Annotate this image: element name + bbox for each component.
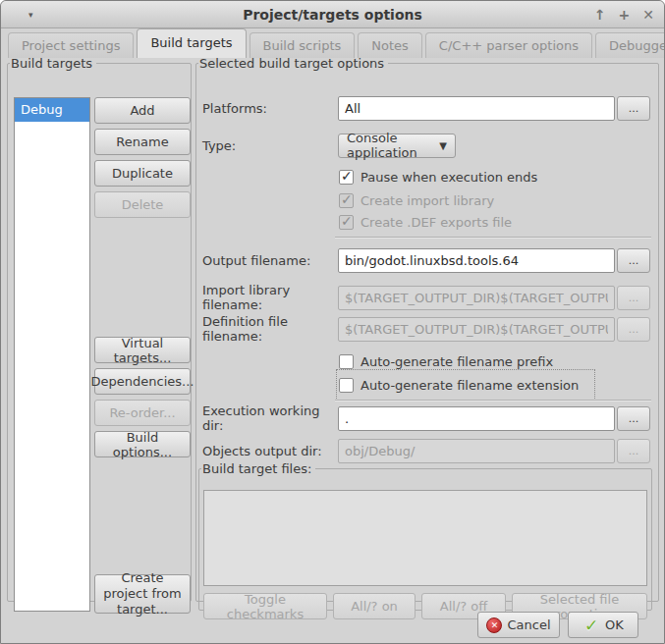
tab-build-targets[interactable]: Build targets xyxy=(137,28,246,58)
build-options-button[interactable]: Build options... xyxy=(94,431,191,457)
execution-working-dir-browse-button[interactable]: ... xyxy=(617,406,650,431)
type-dropdown[interactable]: Console application ▼ xyxy=(338,134,456,158)
create-def-exports-label: Create .DEF exports file xyxy=(360,215,512,230)
definition-file-browse-button: ... xyxy=(617,317,650,342)
project-targets-options-dialog: ▾ Project/targets options ↑ + ✕ Project … xyxy=(0,0,665,644)
auto-generate-extension-label: Auto-generate filename extension xyxy=(360,378,579,393)
output-filename-input[interactable] xyxy=(338,248,615,273)
type-label: Type: xyxy=(202,138,338,153)
definition-file-filename-row: Definition file filename: ... xyxy=(202,316,654,342)
chevron-down-icon: ▼ xyxy=(439,140,447,151)
cancel-icon xyxy=(486,617,502,633)
execution-working-dir-row: Execution working dir: ... xyxy=(202,405,654,431)
selected-build-target-options-group: Selected build target options Platforms:… xyxy=(195,56,659,602)
all-on-button: All/? on xyxy=(333,593,416,619)
platforms-browse-button[interactable]: ... xyxy=(617,96,650,121)
definition-file-filename-label: Definition file filename: xyxy=(202,314,338,344)
build-targets-group: Build targets Debug Add Rename Duplicate… xyxy=(7,56,192,602)
build-target-files-list[interactable] xyxy=(203,490,647,586)
objects-output-dir-input xyxy=(338,439,615,463)
definition-file-filename-input xyxy=(338,317,615,342)
separator xyxy=(335,237,651,239)
output-filename-label: Output filename: xyxy=(202,253,338,268)
tab-build-scripts[interactable]: Build scripts xyxy=(249,32,356,58)
ok-button[interactable]: OK xyxy=(568,612,638,638)
objects-output-dir-label: Objects output dir: xyxy=(202,444,338,458)
build-target-files-group: Build target files: Toggle checkmarks Al… xyxy=(198,461,652,611)
close-icon[interactable]: ✕ xyxy=(642,7,654,23)
cancel-button[interactable]: Cancel xyxy=(477,612,560,638)
titlebar: ▾ Project/targets options ↑ + ✕ xyxy=(1,1,664,28)
execution-working-dir-input[interactable] xyxy=(338,406,615,431)
execution-working-dir-label: Execution working dir: xyxy=(202,403,338,433)
auto-generate-prefix-label: Auto-generate filename prefix xyxy=(360,354,553,369)
tab-project-settings[interactable]: Project settings xyxy=(8,32,134,58)
import-library-browse-button: ... xyxy=(617,286,650,310)
tab-debugger[interactable]: Debugger xyxy=(595,32,665,58)
target-list-item-debug[interactable]: Debug xyxy=(15,98,89,122)
platforms-label: Platforms: xyxy=(202,101,338,116)
create-def-exports-row: Create .DEF exports file xyxy=(339,209,654,235)
ok-icon xyxy=(582,617,600,634)
auto-generate-prefix-row: Auto-generate filename prefix xyxy=(339,349,654,374)
platforms-input[interactable] xyxy=(338,96,615,121)
cancel-button-label: Cancel xyxy=(507,617,550,632)
reorder-button: Re-order... xyxy=(94,400,191,426)
tab-cpp-parser-options[interactable]: C/C++ parser options xyxy=(425,32,592,58)
create-import-library-checkbox xyxy=(339,193,354,208)
create-def-exports-checkbox xyxy=(339,215,354,230)
window-title: Project/targets options xyxy=(1,1,664,28)
ok-button-label: OK xyxy=(605,617,624,632)
build-targets-group-label: Build targets xyxy=(10,56,96,71)
objects-output-dir-row: Objects output dir: ... xyxy=(202,438,654,463)
separator xyxy=(335,400,651,402)
output-filename-row: Output filename: ... xyxy=(202,247,654,273)
delete-button: Delete xyxy=(94,191,191,218)
build-target-files-label: Build target files: xyxy=(201,461,315,476)
target-list[interactable]: Debug xyxy=(14,97,90,612)
type-row: Type: Console application ▼ xyxy=(202,133,654,158)
import-library-filename-label: Import library filename: xyxy=(202,283,338,312)
tab-bar: Project settings Build targets Build scr… xyxy=(1,28,664,58)
create-import-library-label: Create import library xyxy=(360,193,494,208)
import-library-filename-input xyxy=(338,286,615,310)
toggle-checkmarks-button: Toggle checkmarks xyxy=(203,593,327,619)
pause-checkbox[interactable] xyxy=(339,170,354,185)
maximize-icon[interactable]: + xyxy=(619,7,631,23)
output-filename-browse-button[interactable]: ... xyxy=(617,248,650,273)
create-project-from-target-button[interactable]: Create project from target... xyxy=(94,574,191,614)
pause-when-execution-ends-row: Pause when execution ends xyxy=(339,164,654,189)
platforms-row: Platforms: ... xyxy=(202,95,654,121)
dependencies-button[interactable]: Dependencies... xyxy=(94,368,191,395)
import-library-filename-row: Import library filename: ... xyxy=(202,285,654,310)
shade-up-icon[interactable]: ↑ xyxy=(594,7,606,23)
virtual-targets-button[interactable]: Virtual targets... xyxy=(94,337,191,363)
auto-generate-prefix-checkbox[interactable] xyxy=(339,354,354,369)
type-dropdown-value: Console application xyxy=(347,131,431,160)
duplicate-button[interactable]: Duplicate xyxy=(94,160,191,187)
objects-output-dir-browse-button: ... xyxy=(617,439,650,463)
add-button[interactable]: Add xyxy=(94,97,191,124)
rename-button[interactable]: Rename xyxy=(94,129,191,155)
auto-generate-extension-checkbox[interactable] xyxy=(339,378,354,393)
selected-options-group-label: Selected build target options xyxy=(198,56,388,71)
tab-notes[interactable]: Notes xyxy=(358,32,422,58)
auto-generate-extension-row: Auto-generate filename extension xyxy=(339,372,592,398)
pause-checkbox-label: Pause when execution ends xyxy=(360,170,537,185)
